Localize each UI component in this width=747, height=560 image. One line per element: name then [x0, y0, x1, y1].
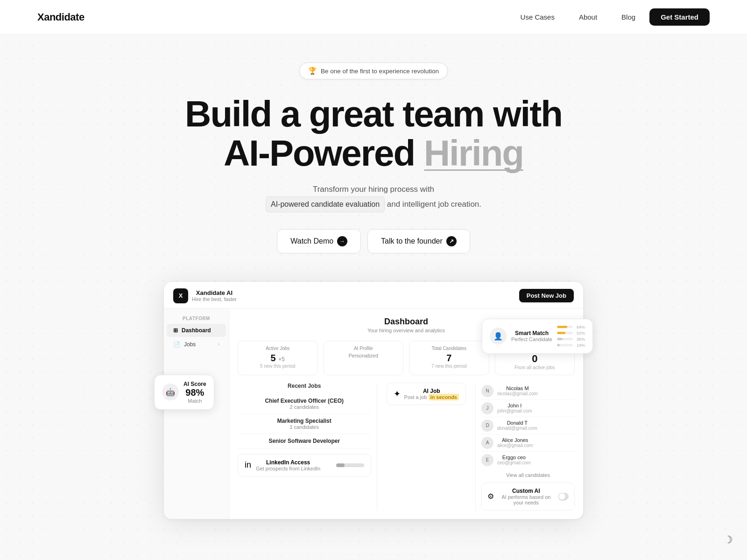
candidates-list: N Nicolas M nicolas@gmail.com J — [481, 383, 575, 469]
sidebar-item-jobs[interactable]: 📄 Jobs › — [167, 338, 226, 351]
nav-get-started-button[interactable]: Get Started — [649, 8, 710, 26]
navigation: Xandidate Use Cases About Blog Get Start… — [0, 0, 747, 35]
dashboard-preview-container: X Xandidate AI Hire the best, faster Pos… — [163, 281, 584, 519]
db-content-row: Recent Jobs Chief Executive Officer (CEO… — [238, 383, 575, 511]
avatar-3: D — [481, 420, 493, 432]
score-bar-4: 19% — [557, 343, 585, 348]
stat-total-candidates: Total Candidates 7 7 new this period — [409, 341, 489, 375]
dashboard-icon: ⊞ — [173, 327, 178, 334]
hero-badge: 🏆 Be one of the first to experience revo… — [299, 63, 448, 79]
avatar-5: E — [481, 454, 493, 466]
db-linkedin-card: in LinkedIn Access Get prospects from Li… — [238, 454, 371, 476]
candidate-2: J John I john@gmail.com — [481, 400, 575, 417]
badge-icon: 🏆 — [308, 67, 317, 75]
bottom-cta-section: Get Started Now — [0, 538, 747, 560]
hero-hiring-word: Hiring — [424, 133, 523, 173]
nav-use-cases[interactable]: Use Cases — [510, 8, 565, 26]
ai-score-icon: 🤖 — [162, 384, 179, 400]
job-item-3: Senior Software Developer — [238, 434, 371, 448]
stat-ai-profile: AI Profile Personalized — [324, 341, 404, 375]
theme-toggle-button[interactable]: ☽ — [724, 534, 733, 546]
avatar-1: N — [481, 385, 493, 397]
stat-active-jobs: Active Jobs 5 +5 5 new this period — [238, 341, 318, 375]
avatar-4: A — [481, 437, 493, 449]
db-logo-sub: Hire the best, faster — [192, 296, 237, 302]
hero-title-line2: AI-Powered Hiring — [185, 133, 562, 173]
score-bars: 64% 52% 36% — [557, 325, 585, 348]
ai-job-highlight: in seconds — [429, 394, 459, 400]
candidate-4: A Alice Jones alice@gmail.com — [481, 434, 575, 452]
hero-section: 🏆 Be one of the first to experience revo… — [0, 35, 747, 538]
watch-demo-button[interactable]: Watch Demo → — [277, 229, 361, 253]
nav-links: Use Cases About Blog Get Started — [510, 8, 710, 26]
badge-text: Be one of the first to experience revolu… — [321, 68, 439, 75]
linkedin-icon: in — [245, 460, 251, 470]
jobs-icon: 📄 — [173, 341, 180, 348]
nav-blog[interactable]: Blog — [611, 8, 646, 26]
view-all-candidates[interactable]: View all candidates — [481, 469, 575, 478]
toggle[interactable] — [558, 493, 569, 500]
ai-job-card: ✦ AI Job Post a job in seconds — [387, 383, 466, 405]
smart-match-icon: 👤 — [490, 328, 507, 344]
db-candidates-panel: N Nicolas M nicolas@gmail.com J — [481, 383, 575, 511]
smart-match-card: 👤 Smart Match Perfect Candidate 64% 52 — [482, 319, 593, 354]
divider — [377, 383, 377, 511]
job-item-2: Marketing Specialist 1 candidates — [238, 414, 371, 434]
candidate-3: D Donald T donald@gmail.com — [481, 417, 575, 434]
hero-buttons: Watch Demo → Talk to the founder ↗ — [277, 229, 470, 253]
nav-logo: Xandidate — [37, 11, 85, 23]
hero-title-line1: Build a great team with — [185, 94, 562, 133]
hero-subtitle: Transform your hiring process with AI-po… — [266, 183, 481, 212]
db-sidebar: Platform ⊞ Dashboard 📄 Jobs › — [164, 308, 229, 519]
db-header: X Xandidate AI Hire the best, faster Pos… — [164, 282, 583, 308]
watch-arrow-icon: → — [337, 236, 347, 246]
ai-job-panel: ✦ AI Job Post a job in seconds — [383, 383, 470, 511]
db-logo-area: X Xandidate AI Hire the best, faster — [173, 288, 237, 303]
avatar-2: J — [481, 402, 493, 414]
db-jobs-panel: Recent Jobs Chief Executive Officer (CEO… — [238, 383, 371, 511]
score-bar-3: 36% — [557, 337, 585, 342]
talk-arrow-icon: ↗ — [446, 236, 457, 246]
db-logo-text: Xandidate AI — [192, 289, 237, 296]
custom-ai-card: ⚙ Custom AI AI performs based on your ne… — [481, 483, 575, 511]
sidebar-item-dashboard[interactable]: ⊞ Dashboard — [167, 324, 226, 337]
ai-score-card: 🤖 AI Score 98% Match — [154, 375, 214, 410]
sidebar-section-label: Platform — [164, 316, 229, 324]
score-bar-1: 64% — [557, 325, 585, 329]
divider2 — [475, 383, 476, 511]
post-new-job-button[interactable]: Post New Job — [519, 289, 574, 302]
ai-job-icon: ✦ — [394, 389, 401, 399]
job-item-1: Chief Executive Officer (CEO) 2 candidat… — [238, 394, 371, 414]
custom-ai-icon: ⚙ — [487, 492, 494, 501]
candidate-5: E Erggo ceo ceo@gmail.com — [481, 452, 575, 469]
talk-founder-button[interactable]: Talk to the founder ↗ — [367, 229, 470, 253]
score-bar-2: 52% — [557, 331, 585, 336]
subtitle-pill: AI-powered candidate evaluation — [266, 196, 385, 212]
hero-title: Build a great team with AI-Powered Hirin… — [185, 94, 562, 173]
candidate-1: N Nicolas M nicolas@gmail.com — [481, 383, 575, 400]
dashboard-preview: X Xandidate AI Hire the best, faster Pos… — [163, 281, 584, 519]
db-logo-box: X — [173, 288, 188, 303]
nav-about[interactable]: About — [569, 8, 607, 26]
